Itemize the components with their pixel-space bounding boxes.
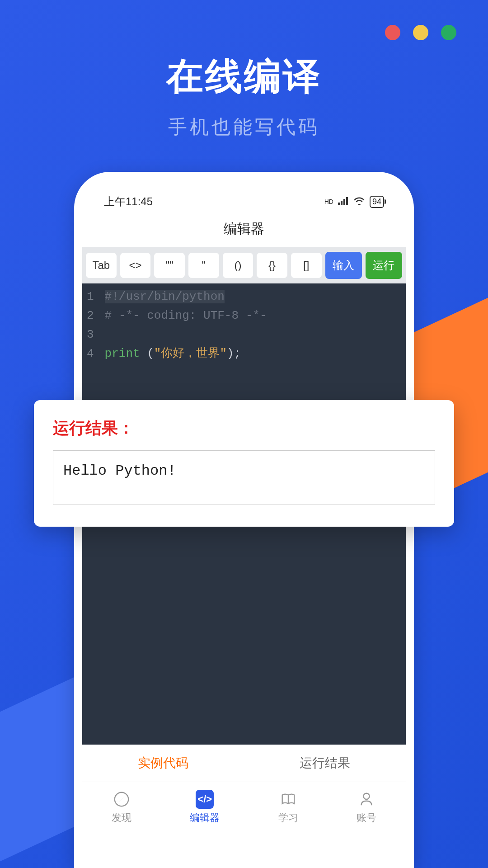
bracket-button[interactable]: [] [291,253,322,278]
hd-indicator: HD [324,198,333,205]
run-button[interactable]: 运行 [366,252,402,279]
tab-example-code[interactable]: 实例代码 [138,755,188,772]
input-button[interactable]: 输入 [325,252,362,279]
func-token: print [105,347,147,360]
code-line [105,325,401,344]
code-line: #!/usr/bin/python [105,287,401,306]
tab-key-button[interactable]: Tab [86,253,117,278]
status-right: HD 94 [324,195,384,208]
double-quote-button[interactable]: "" [154,253,185,278]
nav-label: 账号 [357,811,376,825]
line-number: 2 [87,306,94,325]
single-quote-button[interactable]: " [188,253,219,278]
dot-yellow-icon [413,25,428,40]
nav-discover[interactable]: 发现 [112,790,131,825]
comment-token: # -*- coding: UTF-8 -*- [105,309,267,322]
editor-toolbar: Tab <> "" " () {} [] 输入 运行 [82,247,406,283]
line-number: 1 [87,287,94,306]
shebang-token: #!/usr/bin/python [105,290,225,303]
result-title: 运行结果： [53,417,435,439]
line-number: 3 [87,325,94,344]
dot-red-icon [385,25,400,40]
svg-rect-0 [338,203,340,205]
person-icon [357,790,375,808]
battery-icon: 94 [370,196,384,208]
result-output: Hello Python! [53,450,435,505]
code-line: # -*- coding: UTF-8 -*- [105,306,401,325]
dot-green-icon [441,25,456,40]
punc-token: ); [227,347,241,360]
nav-learn[interactable]: 学习 [278,790,298,825]
angle-bracket-button[interactable]: <> [120,253,151,278]
nav-label: 编辑器 [190,811,220,825]
code-icon: </> [196,790,214,808]
brace-button[interactable]: {} [257,253,287,278]
hero-title: 在线编译 [0,52,488,102]
string-token: "你好，世界" [154,347,227,360]
svg-point-5 [364,793,370,799]
svg-point-4 [115,793,128,806]
status-time: 上午11:45 [104,194,153,209]
signal-icon [338,195,349,208]
nav-editor[interactable]: </> 编辑器 [190,790,220,825]
wifi-icon [353,195,365,208]
line-number: 4 [87,344,94,363]
code-line: print ("你好，世界"); [105,344,401,363]
svg-rect-3 [346,197,348,205]
page-title: 编辑器 [82,214,406,247]
punc-token: ( [147,347,154,360]
status-bar: 上午11:45 HD 94 [82,183,406,214]
compass-icon [113,790,131,808]
nav-account[interactable]: 账号 [357,790,376,825]
bottom-nav: 发现 </> 编辑器 学习 账号 [82,782,406,825]
svg-rect-2 [343,199,345,205]
hero-subtitle: 手机也能写代码 [0,114,488,140]
result-popup: 运行结果： Hello Python! [34,400,454,527]
tab-run-result[interactable]: 运行结果 [300,755,350,772]
editor-tabs: 实例代码 运行结果 [82,745,406,782]
svg-rect-1 [341,201,343,205]
book-icon [279,790,297,808]
nav-label: 学习 [278,811,298,825]
paren-button[interactable]: () [223,253,253,278]
window-dots [385,25,456,40]
nav-label: 发现 [112,811,131,825]
